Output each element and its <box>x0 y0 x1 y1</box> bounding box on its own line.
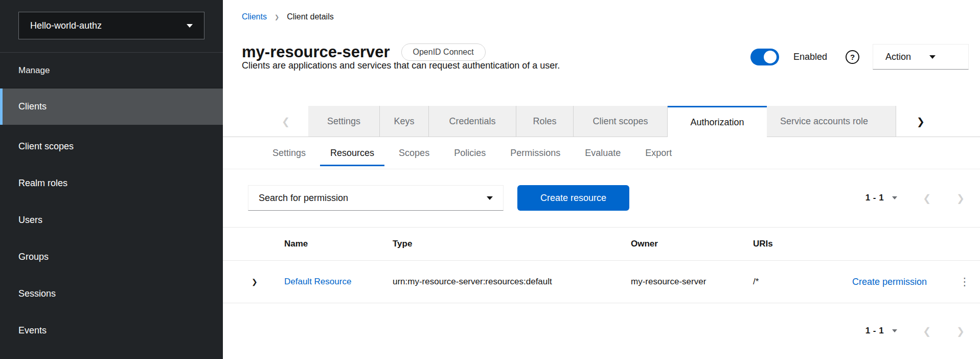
table-row: ❯ Default Resource urn:my-resource-serve… <box>223 261 980 303</box>
tab-service-accounts-roles[interactable]: Service accounts role <box>767 106 896 137</box>
sidebar-nav: Clients Client scopes Realm roles Users … <box>0 88 223 349</box>
tab-credentials[interactable]: Credentials <box>429 106 516 137</box>
realm-selector-section: Hello-world-authz <box>0 0 223 53</box>
realm-name: Hello-world-authz <box>30 20 102 31</box>
subtab-settings[interactable]: Settings <box>260 137 318 169</box>
pagination-per-page-menu[interactable] <box>892 329 897 332</box>
subtab-scopes[interactable]: Scopes <box>386 137 442 169</box>
pagination-range: 1 - 1 <box>865 326 884 336</box>
tab-authorization[interactable]: Authorization <box>668 106 767 137</box>
realm-selector[interactable]: Hello-world-authz <box>18 12 204 39</box>
tab-settings[interactable]: Settings <box>308 106 380 137</box>
column-header-owner: Owner <box>631 239 753 249</box>
subtab-export[interactable]: Export <box>633 137 684 169</box>
table-header-row: Name Type Owner URIs <box>223 227 980 261</box>
sidebar-item-realm-roles[interactable]: Realm roles <box>0 165 223 201</box>
subtab-policies[interactable]: Policies <box>442 137 498 169</box>
subtab-permissions[interactable]: Permissions <box>498 137 573 169</box>
toggle-knob <box>764 51 777 63</box>
subtab-evaluate[interactable]: Evaluate <box>573 137 633 169</box>
expand-row-button[interactable]: ❯ <box>223 277 284 287</box>
resource-uris-cell: /* <box>753 277 830 287</box>
subtab-resources[interactable]: Resources <box>318 137 386 169</box>
column-header-uris: URIs <box>753 239 830 249</box>
column-header-type: Type <box>393 239 631 249</box>
caret-down-icon <box>487 196 493 200</box>
app-window: Hello-world-authz Manage Clients Client … <box>0 0 980 359</box>
sidebar-item-events[interactable]: Events <box>0 312 223 349</box>
kebab-menu-icon: ⋮ <box>960 276 970 287</box>
resources-table: Name Type Owner URIs ❯ Default Resource … <box>223 227 980 303</box>
pagination-range: 1 - 1 <box>865 193 884 203</box>
caret-down-icon <box>892 329 897 332</box>
sidebar-item-users[interactable]: Users <box>0 201 223 238</box>
chevron-left-icon: ❮ <box>923 193 931 204</box>
search-permission-dropdown[interactable]: Search for permission <box>248 185 504 211</box>
chevron-right-icon: ❯ <box>956 193 965 204</box>
caret-down-icon <box>929 55 936 59</box>
sidebar: Hello-world-authz Manage Clients Client … <box>0 0 223 359</box>
tab-keys[interactable]: Keys <box>380 106 429 137</box>
chevron-right-icon: ❯ <box>956 326 965 336</box>
resource-owner-cell: my-resource-server <box>631 277 753 287</box>
client-tabs: ❮ Settings Keys Credentials Roles Client… <box>223 106 980 137</box>
create-resource-button[interactable]: Create resource <box>517 185 629 211</box>
enabled-toggle[interactable] <box>750 49 779 65</box>
sidebar-section-manage: Manage <box>0 53 223 88</box>
pagination-next-button[interactable]: ❯ <box>956 192 965 204</box>
sidebar-item-groups[interactable]: Groups <box>0 238 223 275</box>
column-header-name: Name <box>284 239 393 249</box>
chevron-right-icon: ❯ <box>252 278 258 286</box>
action-dropdown-label: Action <box>885 52 911 62</box>
breadcrumb-current: Client details <box>287 12 334 21</box>
breadcrumb-separator-icon: ❯ <box>275 14 279 20</box>
page-header: my-resource-server OpenID Connect <box>242 43 486 61</box>
tab-roles[interactable]: Roles <box>516 106 574 137</box>
breadcrumb: Clients ❯ Client details <box>242 12 334 21</box>
resource-name-link[interactable]: Default Resource <box>284 277 351 286</box>
page-title: my-resource-server <box>242 43 390 61</box>
caret-down-icon <box>892 196 897 199</box>
row-kebab-menu-button[interactable]: ⋮ <box>949 278 980 285</box>
protocol-badge: OpenID Connect <box>401 43 486 61</box>
main-content: Clients ❯ Client details my-resource-ser… <box>223 0 980 359</box>
chevron-left-icon: ❮ <box>923 326 931 336</box>
pagination-top: 1 - 1 ❮ ❯ <box>865 185 965 211</box>
enabled-label: Enabled <box>793 52 827 62</box>
pagination-bottom: 1 - 1 ❮ ❯ <box>865 318 965 344</box>
action-dropdown[interactable]: Action <box>873 44 969 70</box>
pagination-prev-button[interactable]: ❮ <box>923 325 931 337</box>
pagination-prev-button[interactable]: ❮ <box>923 192 931 204</box>
create-permission-link[interactable]: Create permission <box>852 277 927 287</box>
chevron-left-icon: ❮ <box>282 116 290 127</box>
page-description: Clients are applications and services th… <box>242 60 560 71</box>
resource-type-cell: urn:my-resource-server:resources:default <box>393 277 631 287</box>
breadcrumb-clients-link[interactable]: Clients <box>242 12 267 21</box>
caret-down-icon <box>187 24 193 28</box>
authorization-subtabs: Settings Resources Scopes Policies Permi… <box>223 137 980 169</box>
sidebar-item-sessions[interactable]: Sessions <box>0 275 223 312</box>
sidebar-item-clients[interactable]: Clients <box>0 88 223 125</box>
search-permission-placeholder: Search for permission <box>259 193 348 204</box>
chevron-right-icon: ❯ <box>917 116 925 127</box>
pagination-next-button[interactable]: ❯ <box>956 325 965 337</box>
header-controls: Enabled ? Action <box>750 44 969 70</box>
tabs-scroll-left-button[interactable]: ❮ <box>223 106 308 137</box>
tab-client-scopes[interactable]: Client scopes <box>574 106 668 137</box>
sidebar-item-client-scopes[interactable]: Client scopes <box>0 128 223 165</box>
pagination-per-page-menu[interactable] <box>892 196 897 199</box>
help-icon[interactable]: ? <box>846 50 859 64</box>
tabs-scroll-right-button[interactable]: ❯ <box>896 106 980 137</box>
